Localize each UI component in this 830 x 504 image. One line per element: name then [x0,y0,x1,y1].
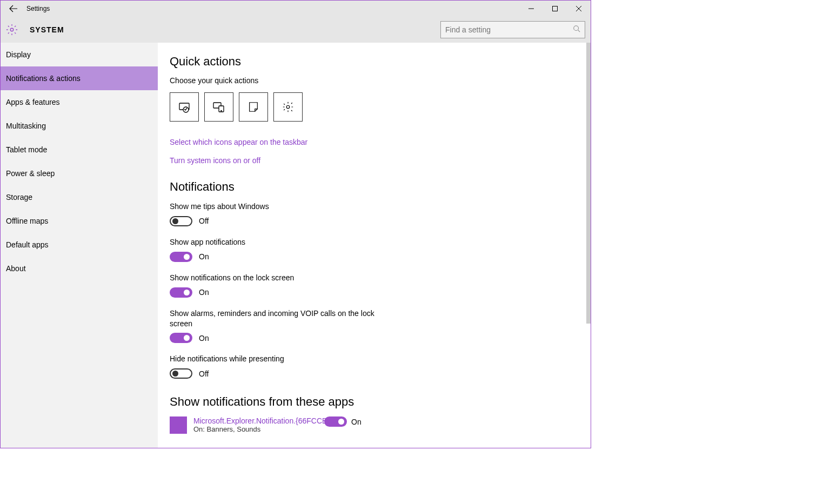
toggle-label: Show alarms, reminders and incoming VOIP… [170,308,386,329]
sidebar-item-display[interactable]: Display [1,43,158,66]
toggle-state: On [199,334,209,342]
sidebar-item-default-apps[interactable]: Default apps [1,233,158,257]
sidebar-item-notifications[interactable]: Notifications & actions [1,66,158,90]
header: SYSTEM [1,17,591,43]
minimize-button[interactable] [519,1,543,17]
titlebar: Settings [1,1,591,17]
toggle-state: On [199,252,209,261]
close-icon [576,6,581,11]
toggle-presenting: Hide notifications while presenting Off [170,354,386,379]
settings-window: Settings SYSTEM Display Notif [0,0,591,448]
maximize-icon [552,6,558,11]
apps-section-title: Show notifications from these apps [170,395,591,409]
minimize-icon [528,6,534,11]
sidebar-item-power-sleep[interactable]: Power & sleep [1,162,158,185]
link-taskbar-icons[interactable]: Select which icons appear on the taskbar [170,138,591,146]
svg-rect-0 [553,6,558,11]
system-gear-icon [6,24,18,36]
toggle-presenting-switch[interactable] [170,368,192,379]
quick-tile-connect[interactable] [204,92,233,122]
app-toggle-state: On [351,418,362,426]
close-button[interactable] [567,1,591,17]
toggle-app-notifications-switch[interactable] [170,252,192,262]
quick-tile-note[interactable] [239,92,268,122]
quick-tile-all-settings[interactable] [273,92,303,122]
connect-icon [212,100,225,113]
toggle-label: Show me tips about Windows [170,201,386,212]
body: Display Notifications & actions Apps & f… [1,43,591,448]
svg-point-8 [286,105,290,109]
maximize-button[interactable] [543,1,567,17]
scrollbar-thumb[interactable] [586,43,591,324]
scrollbar[interactable] [586,43,591,448]
svg-point-1 [10,28,14,31]
svg-point-2 [574,26,579,31]
note-icon [247,101,259,113]
sidebar-item-storage[interactable]: Storage [1,185,158,209]
header-title: SYSTEM [30,25,64,34]
quick-tile-tablet-mode[interactable] [170,92,199,122]
sidebar-item-offline-maps[interactable]: Offline maps [1,209,158,233]
toggle-tips-switch[interactable] [170,216,192,226]
quick-actions-subtitle: Choose your quick actions [170,76,591,85]
app-name: Microsoft.Explorer.Notification.{66FCCB2… [193,416,334,425]
app-subtitle: On: Banners, Sounds [193,425,334,433]
gear-icon [282,101,294,113]
toggle-alarms-voip-switch[interactable] [170,333,192,343]
quick-actions-title: Quick actions [170,55,591,69]
toggle-tips: Show me tips about Windows Off [170,201,386,226]
sidebar: Display Notifications & actions Apps & f… [1,43,158,448]
quick-action-row [170,92,591,122]
toggle-lockscreen-switch[interactable] [170,287,192,298]
window-controls [519,1,591,17]
sidebar-item-about[interactable]: About [1,257,158,280]
window-title: Settings [26,5,50,12]
app-toggle-switch[interactable] [324,416,347,427]
tablet-mode-icon [178,100,191,113]
toggle-lockscreen: Show notifications on the lock screen On [170,273,386,298]
toggle-alarms-voip: Show alarms, reminders and incoming VOIP… [170,308,386,344]
search-box[interactable] [440,21,585,38]
back-arrow-icon [9,4,18,13]
svg-point-7 [221,110,222,111]
toggle-app-notifications: Show app notifications On [170,237,386,262]
search-icon [573,25,580,35]
toggle-label: Show notifications on the lock screen [170,273,386,283]
toggle-state: On [199,288,209,297]
search-input[interactable] [445,25,570,34]
link-system-icons[interactable]: Turn system icons on or off [170,156,591,165]
toggle-label: Show app notifications [170,237,386,247]
notifications-title: Notifications [170,180,591,194]
sidebar-item-tablet-mode[interactable]: Tablet mode [1,138,158,162]
app-row[interactable]: Microsoft.Explorer.Notification.{66FCCB2… [170,416,591,434]
app-icon [170,416,187,434]
toggle-state: Off [199,369,209,378]
sidebar-item-multitasking[interactable]: Multitasking [1,114,158,138]
content: Quick actions Choose your quick actions … [158,43,591,448]
back-button[interactable] [1,1,26,16]
sidebar-item-apps-features[interactable]: Apps & features [1,90,158,114]
toggle-state: Off [199,217,209,225]
toggle-label: Hide notifications while presenting [170,354,386,364]
